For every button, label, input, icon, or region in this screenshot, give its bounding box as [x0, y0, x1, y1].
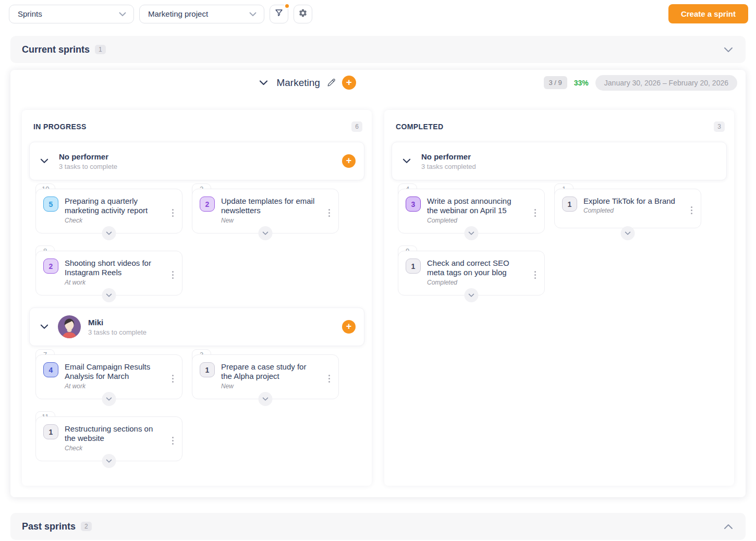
- group-header: No performer 3 tasks completed: [392, 142, 727, 180]
- group-add-task-button[interactable]: +: [342, 154, 356, 168]
- task-status: Check: [65, 217, 162, 224]
- priority-chip: 1: [43, 424, 58, 439]
- plus-icon: +: [346, 77, 352, 87]
- priority-chip: 1: [562, 196, 577, 212]
- task-expand-chevron-icon[interactable]: [102, 392, 116, 406]
- task-wrap: 1 1 Explore TikTok for a Brand Completed: [554, 183, 701, 240]
- column-completed-header: COMPLETED 3: [392, 117, 727, 132]
- task-status: At work: [65, 383, 162, 390]
- task-title: Update templates for email newsletters: [221, 196, 318, 216]
- column-count-badge: 3: [714, 121, 725, 132]
- group-add-task-button[interactable]: +: [342, 320, 356, 334]
- current-sprints-title: Current sprints: [22, 44, 90, 55]
- sprints-view-select[interactable]: Sprints: [9, 5, 134, 23]
- task-menu-icon[interactable]: [687, 203, 697, 217]
- task-menu-icon[interactable]: [530, 268, 540, 282]
- task-title: Email Campaign Results Analysis for Marc…: [65, 362, 162, 382]
- chevron-up-icon[interactable]: [724, 524, 733, 530]
- group-name: Miki: [88, 318, 147, 327]
- task-expand-chevron-icon[interactable]: [259, 392, 273, 406]
- sprint-date-range: January 30, 2026 – February 20, 2026: [595, 75, 737, 91]
- sprint-collapse-chevron-icon[interactable]: [257, 78, 270, 88]
- task-main: Explore TikTok for a Brand Completed: [583, 196, 680, 214]
- task-status: Completed: [427, 217, 524, 224]
- priority-chip: 1: [406, 259, 421, 274]
- task-status: New: [221, 383, 318, 390]
- task-menu-icon[interactable]: [168, 434, 178, 448]
- settings-button[interactable]: [294, 5, 312, 23]
- sprint-board: IN PROGRESS 6 No performer 3 tasks to co…: [10, 95, 746, 497]
- sprint-header-right: 3 / 9 33% January 30, 2026 – February 20…: [544, 75, 738, 91]
- task-wrap: 2 2 Update templates for email newslette…: [192, 183, 339, 240]
- task-title: Preparing a quarterly marketing activity…: [65, 196, 162, 216]
- group-text: Miki 3 tasks to complete: [88, 318, 147, 336]
- current-sprints-section-bar[interactable]: Current sprints 1: [10, 36, 746, 63]
- task-expand-chevron-icon[interactable]: [259, 226, 273, 240]
- task-main: Restructuring sections on the website Ch…: [65, 424, 162, 452]
- task-menu-icon[interactable]: [324, 372, 334, 386]
- task-main: Shooting short videos for Instagram Reel…: [65, 259, 162, 286]
- project-select[interactable]: Marketing project: [139, 5, 264, 23]
- priority-chip: 3: [406, 196, 421, 212]
- group-name: No performer: [421, 152, 476, 161]
- chevron-down-icon[interactable]: [37, 155, 52, 167]
- task-expand-chevron-icon[interactable]: [102, 454, 116, 468]
- group-header: Miki 3 tasks to complete +: [29, 308, 364, 346]
- group-name: No performer: [59, 152, 117, 161]
- sprint-header: Marketing + 3 / 9 33% January 30, 2026 –…: [10, 70, 746, 95]
- task-title: Prepare a case study for the Alpha proje…: [221, 362, 318, 382]
- chevron-down-icon[interactable]: [37, 321, 52, 333]
- task-main: Prepare a case study for the Alpha proje…: [221, 362, 318, 390]
- column-title: COMPLETED: [396, 122, 444, 131]
- sprints-view-select-value: Sprints: [18, 9, 42, 18]
- task-grid: 7 4 Email Campaign Results Analysis for …: [35, 349, 364, 468]
- task-menu-icon[interactable]: [168, 206, 178, 220]
- group-miki: Miki 3 tasks to complete + 7 4 Email Cam…: [29, 308, 364, 468]
- group-text: No performer 3 tasks to complete: [59, 152, 117, 170]
- priority-chip: 5: [43, 196, 58, 212]
- task-title: Explore TikTok for a Brand: [583, 196, 680, 206]
- task-status: Completed: [427, 279, 524, 286]
- column-title: IN PROGRESS: [33, 122, 87, 131]
- column-in-progress-header: IN PROGRESS 6: [29, 117, 364, 132]
- task-title: Restructuring sections on the website: [65, 424, 162, 444]
- task-expand-chevron-icon[interactable]: [621, 226, 635, 240]
- task-expand-chevron-icon[interactable]: [102, 288, 116, 302]
- plus-icon: +: [346, 322, 352, 331]
- chevron-down-icon: [119, 9, 126, 18]
- create-sprint-button[interactable]: Create a sprint: [668, 4, 748, 23]
- past-sprints-section-bar[interactable]: Past sprints 2: [10, 513, 746, 540]
- task-main: Check and correct SEO meta tags on your …: [427, 259, 524, 286]
- gear-icon: [298, 8, 308, 20]
- edit-pencil-icon[interactable]: [325, 77, 337, 89]
- chevron-down-icon[interactable]: [399, 155, 414, 167]
- task-expand-chevron-icon[interactable]: [465, 288, 479, 302]
- past-sprints-title: Past sprints: [22, 521, 76, 532]
- column-count-badge: 6: [351, 121, 362, 132]
- task-expand-chevron-icon[interactable]: [102, 226, 116, 240]
- task-wrap: 10 5 Preparing a quarterly marketing act…: [35, 183, 182, 240]
- task-main: Update templates for email newsletters N…: [221, 196, 318, 224]
- task-menu-icon[interactable]: [168, 372, 178, 386]
- sprint-progress-percent: 33%: [574, 79, 589, 87]
- filter-button[interactable]: [270, 5, 288, 23]
- sprint-add-task-button[interactable]: +: [342, 76, 356, 90]
- task-status: New: [221, 217, 318, 224]
- task-title: Check and correct SEO meta tags on your …: [427, 259, 524, 278]
- task-expand-chevron-icon[interactable]: [465, 226, 479, 240]
- chevron-down-icon[interactable]: [724, 47, 733, 53]
- priority-chip: 2: [200, 196, 215, 212]
- task-grid: 4 3 Write a post announcing the webinar …: [398, 183, 727, 302]
- group-no-performer-completed: No performer 3 tasks completed 4 3 Write…: [392, 142, 727, 302]
- task-menu-icon[interactable]: [530, 206, 540, 220]
- task-menu-icon[interactable]: [324, 206, 334, 220]
- task-wrap: 9 1 Check and correct SEO meta tags on y…: [398, 245, 545, 302]
- plus-icon: +: [346, 156, 352, 165]
- task-card[interactable]: 1 Explore TikTok for a Brand Completed: [554, 189, 701, 228]
- task-wrap: 3 1 Prepare a case study for the Alpha p…: [192, 349, 339, 406]
- task-status: At work: [65, 279, 162, 286]
- task-title: Shooting short videos for Instagram Reel…: [65, 259, 162, 278]
- task-menu-icon[interactable]: [168, 268, 178, 282]
- group-subtitle: 3 tasks completed: [421, 163, 476, 170]
- task-status: Completed: [583, 207, 680, 214]
